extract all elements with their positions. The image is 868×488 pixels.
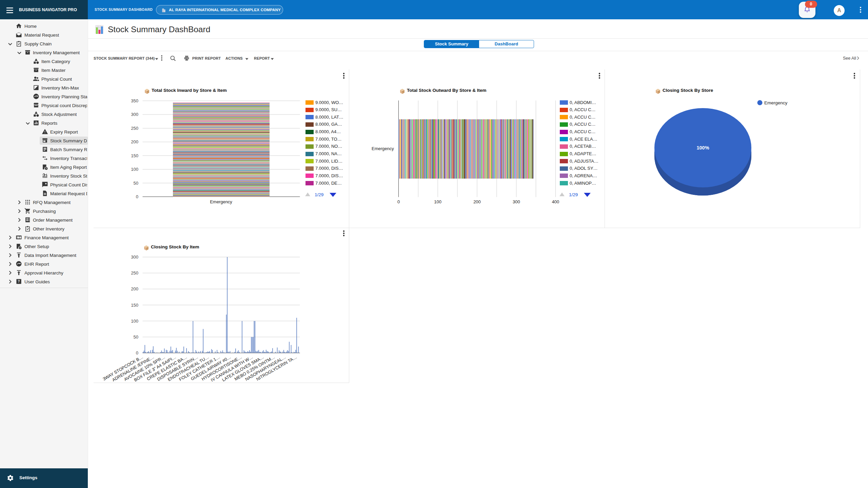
svg-text:50: 50: [134, 334, 138, 340]
svg-text:100%: 100%: [696, 145, 709, 150]
svg-text:100: 100: [434, 199, 441, 204]
svg-text:1/29: 1/29: [569, 192, 578, 197]
svg-text:100: 100: [131, 167, 138, 172]
svg-text:200: 200: [473, 199, 481, 204]
svg-text:100: 100: [131, 319, 138, 324]
svg-text:?: ?: [18, 280, 20, 283]
svg-text:300: 300: [131, 255, 138, 260]
svg-text:0: 0: [136, 194, 138, 199]
svg-text:Emergency: Emergency: [764, 100, 788, 105]
svg-text:400: 400: [552, 199, 559, 204]
svg-text:350: 350: [131, 98, 138, 103]
svg-text:200: 200: [131, 286, 138, 291]
svg-text:250: 250: [131, 270, 138, 276]
svg-text:Emergency: Emergency: [210, 199, 232, 204]
svg-text:250: 250: [131, 126, 138, 131]
svg-text:1/29: 1/29: [315, 192, 323, 197]
svg-text:300: 300: [513, 199, 520, 204]
svg-text:300: 300: [131, 112, 138, 117]
svg-text:50: 50: [134, 181, 138, 186]
svg-text:150: 150: [131, 303, 138, 308]
svg-text:150: 150: [131, 153, 138, 158]
svg-text:0: 0: [136, 350, 138, 355]
svg-text:0: 0: [397, 199, 400, 204]
svg-text:200: 200: [131, 139, 138, 144]
